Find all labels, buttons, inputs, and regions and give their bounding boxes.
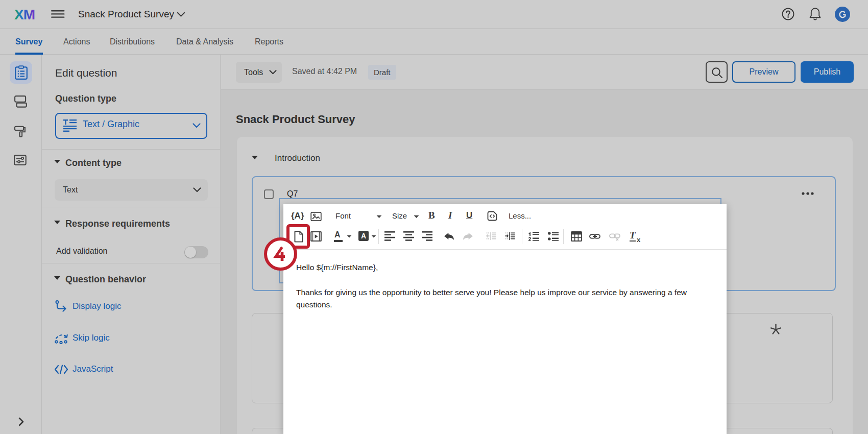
svg-text:XM: XM — [14, 7, 35, 22]
